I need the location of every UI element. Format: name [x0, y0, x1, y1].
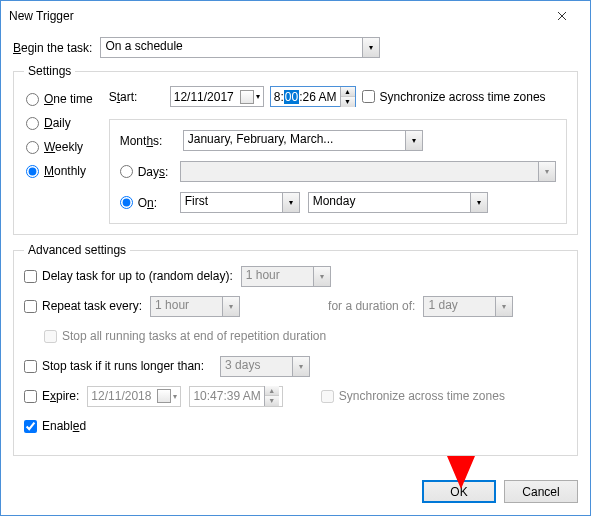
window-title: New Trigger [9, 9, 542, 23]
monthly-options: Months: January, February, March... ▾ Da… [109, 119, 567, 224]
chevron-down-icon: ▾ [222, 297, 239, 316]
chevron-down-icon: ▾ [470, 193, 487, 212]
expire-date-value: 12/11/2018 [91, 389, 151, 403]
settings-legend: Settings [24, 64, 75, 78]
spin-up-icon: ▲ [265, 386, 279, 396]
chevron-down-icon: ▾ [538, 162, 555, 181]
start-time-minute: 00 [284, 90, 299, 104]
spin-down-icon: ▼ [265, 396, 279, 406]
chevron-down-icon: ▾ [282, 193, 299, 212]
begin-task-select[interactable]: On a schedule ▾ [100, 37, 380, 58]
expire-time-value: 10:47:39 AM [193, 389, 260, 403]
stop-if-checkbox[interactable]: Stop task if it runs longer than: [24, 359, 204, 373]
titlebar: New Trigger [1, 1, 590, 31]
dialog-buttons: OK Cancel [422, 480, 578, 503]
sync2-label: Synchronize across time zones [339, 389, 505, 403]
start-time-rest: :26 AM [299, 90, 336, 104]
repeat-every-select: 1 hour ▾ [150, 296, 240, 317]
advanced-settings-group: Advanced settings Delay task for up to (… [13, 243, 578, 456]
expire-date-picker: 12/11/2018 ▾ [87, 386, 181, 407]
radio-on[interactable]: On: [120, 196, 172, 210]
begin-task-row: Begin the task: On a schedule ▾ [13, 37, 578, 58]
sync2-checkbox: Synchronize across time zones [321, 389, 505, 403]
days-value [181, 162, 538, 181]
chevron-down-icon: ▾ [405, 131, 422, 150]
schedule-right-column: Start: 12/11/2017 ▾ 8:00:26 AM ▲▼ Synchr… [109, 86, 567, 224]
dialog-content: Begin the task: On a schedule ▾ Settings… [1, 31, 590, 476]
radio-monthly[interactable]: Monthly [26, 164, 93, 178]
delay-select: 1 hour ▾ [241, 266, 331, 287]
time-spinner: ▲▼ [264, 386, 279, 406]
radio-one-time[interactable]: One time [26, 92, 93, 106]
chevron-down-icon: ▾ [495, 297, 512, 316]
new-trigger-dialog: New Trigger Begin the task: On a schedul… [0, 0, 591, 516]
stop-if-select: 3 days ▾ [220, 356, 310, 377]
start-time-picker[interactable]: 8:00:26 AM ▲▼ [270, 86, 356, 107]
radio-weekly[interactable]: Weekly [26, 140, 93, 154]
cancel-button[interactable]: Cancel [504, 480, 578, 503]
duration-value: 1 day [424, 297, 495, 316]
start-time-hour: 8: [274, 90, 284, 104]
close-button[interactable] [542, 4, 582, 28]
months-select[interactable]: January, February, March... ▾ [183, 130, 423, 151]
stop-if-label: Stop task if it runs longer than: [42, 359, 204, 373]
delay-value: 1 hour [242, 267, 313, 286]
spin-up-icon: ▲ [341, 87, 355, 97]
start-label: Start: [109, 90, 164, 104]
settings-group: Settings One time Daily Weekly Monthly S… [13, 64, 578, 235]
sync-timezones-label: Synchronize across time zones [380, 90, 546, 104]
stop-all-checkbox: Stop all running tasks at end of repetit… [44, 329, 326, 343]
days-select: ▾ [180, 161, 556, 182]
on-day-select[interactable]: Monday ▾ [308, 192, 488, 213]
repeat-checkbox[interactable]: Repeat task every: [24, 299, 142, 313]
repeat-value: 1 hour [151, 297, 222, 316]
chevron-down-icon: ▾ [362, 38, 379, 57]
enabled-checkbox[interactable]: Enabled [24, 419, 86, 433]
chevron-down-icon: ▾ [173, 392, 177, 401]
ok-button[interactable]: OK [422, 480, 496, 503]
radio-daily[interactable]: Daily [26, 116, 93, 130]
expire-time-picker: 10:47:39 AM ▲▼ [189, 386, 282, 407]
sync-timezones-checkbox[interactable]: Synchronize across time zones [362, 90, 546, 104]
duration-label: for a duration of: [328, 299, 415, 313]
spin-down-icon: ▼ [341, 97, 355, 107]
months-label: Months: [120, 134, 175, 148]
chevron-down-icon: ▾ [256, 92, 260, 101]
start-row: Start: 12/11/2017 ▾ 8:00:26 AM ▲▼ Synchr… [109, 86, 567, 107]
months-value: January, February, March... [184, 131, 405, 150]
delay-checkbox[interactable]: Delay task for up to (random delay): [24, 269, 233, 283]
chevron-down-icon: ▾ [313, 267, 330, 286]
duration-select: 1 day ▾ [423, 296, 513, 317]
on-week-select[interactable]: First ▾ [180, 192, 300, 213]
expire-checkbox[interactable]: Expire: [24, 389, 79, 403]
radio-days[interactable]: Days: [120, 165, 172, 179]
time-spinner[interactable]: ▲▼ [340, 87, 355, 107]
calendar-icon [157, 389, 171, 403]
stop-all-label: Stop all running tasks at end of repetit… [62, 329, 326, 343]
stop-if-value: 3 days [221, 357, 292, 376]
on-day-value: Monday [309, 193, 470, 212]
begin-task-value: On a schedule [101, 38, 362, 57]
start-date-picker[interactable]: 12/11/2017 ▾ [170, 86, 264, 107]
on-week-value: First [181, 193, 282, 212]
start-date-value: 12/11/2017 [174, 90, 234, 104]
frequency-column: One time Daily Weekly Monthly [24, 86, 93, 224]
chevron-down-icon: ▾ [292, 357, 309, 376]
advanced-legend: Advanced settings [24, 243, 130, 257]
calendar-icon [240, 90, 254, 104]
begin-task-label: Begin the task: [13, 41, 92, 55]
close-icon [557, 11, 567, 21]
